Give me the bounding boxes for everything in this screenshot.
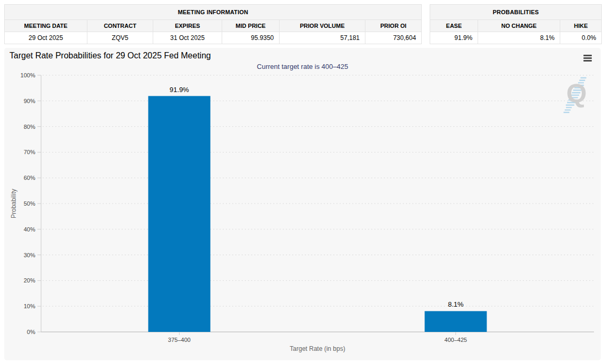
bar-value-label: 8.1% [448,300,464,308]
chart-panel: 0%10%20%30%40%50%60%70%80%90%100%91.9%37… [4,48,601,360]
y-axis-tick-label: 40% [24,226,35,232]
y-axis-tick-label: 70% [24,149,35,155]
chart-bar-375–400[interactable] [148,96,211,332]
chart-subtitle: Current target rate is 400–425 [4,63,601,70]
y-axis-tick-label: 50% [24,200,35,207]
col-ease: EASE [430,20,478,32]
chart-context-menu-button[interactable] [582,54,594,64]
watermark-letter: Q [567,79,587,108]
hamburger-icon [583,55,593,62]
y-axis-tick-label: 90% [24,98,35,104]
y-axis-tick-label: 0% [27,329,35,335]
col-meeting-date: MEETING DATE [5,20,87,32]
y-axis-tick-label: 10% [24,303,35,309]
prior-volume-value: 57,181 [280,32,365,44]
no-change-value: 8.1% [478,32,560,44]
meeting-date-value: 29 Oct 2025 [5,32,87,44]
expires-value: 31 Oct 2025 [153,32,222,44]
col-prior-oi: PRIOR OI [365,20,422,32]
bar-value-label: 91.9% [170,86,189,94]
col-expires: EXPIRES [153,20,222,32]
prior-oi-value: 730,604 [365,32,422,44]
chart-title: Target Rate Probabilities for 29 Oct 202… [9,51,211,60]
summary-tables: MEETING INFORMATION MEETING DATE CONTRAC… [4,4,601,44]
mid-price-value: 95.9350 [222,32,280,44]
probability-bar-chart: 0%10%20%30%40%50%60%70%80%90%100%91.9%37… [4,48,601,360]
x-axis-category-label: 375–400 [168,337,191,343]
y-axis-title: Probability [10,189,17,218]
chart-bar-400–425[interactable] [425,311,487,332]
fedwatch-page: MEETING INFORMATION MEETING DATE CONTRAC… [0,0,605,364]
contract-value: ZQV5 [87,32,153,44]
ease-value: 91.9% [430,32,478,44]
y-axis-tick-label: 30% [24,252,35,258]
col-contract: CONTRACT [87,20,153,32]
col-mid-price: MID PRICE [222,20,280,32]
x-axis-title: Target Rate (in bps) [290,345,345,352]
y-axis-tick-label: 60% [24,175,35,181]
meeting-information-title: MEETING INFORMATION [5,5,422,20]
col-no-change: NO CHANGE [478,20,560,32]
col-hike: HIKE [560,20,602,32]
y-axis-tick-label: 80% [24,124,35,130]
y-axis-tick-label: 20% [24,277,35,284]
col-prior-volume: PRIOR VOLUME [280,20,365,32]
probabilities-table: PROBABILITIES EASE NO CHANGE HIKE 91.9% … [430,4,602,44]
quikstrike-watermark-icon: Q [556,75,592,118]
meeting-information-header-row: MEETING DATE CONTRACT EXPIRES MID PRICE … [5,20,422,32]
probabilities-header-row: EASE NO CHANGE HIKE [430,20,602,32]
probabilities-data-row: 91.9% 8.1% 0.0% [430,32,602,44]
meeting-information-data-row: 29 Oct 2025 ZQV5 31 Oct 2025 95.9350 57,… [5,32,422,44]
y-axis-tick-label: 100% [21,72,35,78]
probabilities-title: PROBABILITIES [430,5,602,20]
meeting-information-table: MEETING INFORMATION MEETING DATE CONTRAC… [4,4,422,44]
hike-value: 0.0% [560,32,602,44]
x-axis-category-label: 400–425 [444,337,467,343]
